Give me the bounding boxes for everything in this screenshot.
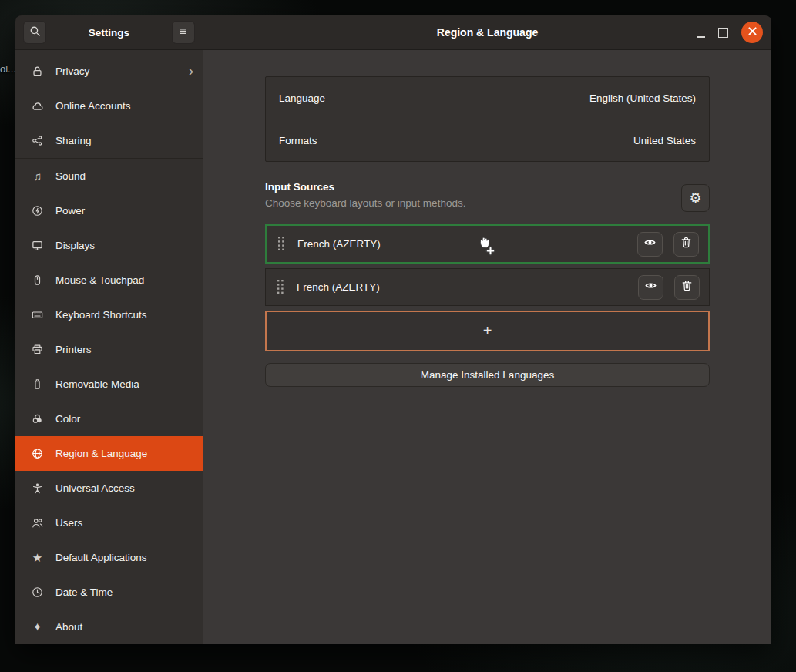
trash-icon	[680, 236, 693, 252]
sidebar-item-label: Color	[55, 413, 193, 425]
sidebar-item-users[interactable]: Users	[15, 506, 203, 540]
gear-icon: ⚙	[689, 190, 701, 207]
input-source-row-1[interactable]: French (AZERTY)	[265, 224, 710, 264]
sidebar-item-label: Printers	[55, 344, 193, 355]
cloud-icon	[31, 99, 44, 113]
language-label: Language	[279, 92, 325, 104]
main-headerbar: Region & Language	[203, 15, 771, 49]
sidebar-item-power[interactable]: Power	[15, 193, 203, 228]
menu-button[interactable]	[172, 21, 195, 44]
removable-media-icon	[31, 378, 44, 391]
sidebar-item-label: Online Accounts	[55, 100, 193, 112]
keyboard-icon	[31, 308, 44, 321]
input-sources-description: Choose keyboard layouts or input methods…	[265, 197, 465, 209]
sidebar-item-color[interactable]: Color	[15, 402, 203, 436]
sidebar-item-label: Keyboard Shortcuts	[55, 309, 193, 321]
sidebar-item-privacy[interactable]: Privacy ›	[15, 54, 203, 89]
sidebar-item-printers[interactable]: Printers	[15, 332, 203, 367]
sidebar-item-label: Date & Time	[55, 586, 193, 598]
sidebar-item-online-accounts[interactable]: Online Accounts	[15, 89, 203, 123]
sidebar-item-displays[interactable]: Displays	[15, 228, 203, 263]
hamburger-icon	[176, 25, 190, 41]
sidebar-item-label: Displays	[55, 240, 193, 251]
globe-icon	[31, 447, 44, 460]
display-icon	[31, 239, 44, 252]
sidebar-headerbar: Settings	[15, 15, 203, 49]
close-icon	[747, 25, 757, 39]
sidebar-item-label: Power	[55, 205, 193, 217]
sidebar-item-label: Removable Media	[55, 378, 193, 390]
chevron-right-icon: ›	[189, 63, 193, 78]
preview-layout-button[interactable]	[637, 232, 663, 257]
sidebar-item-label: Sharing	[55, 135, 193, 146]
sidebar-item-about[interactable]: ✦ About	[15, 610, 203, 644]
settings-window: Settings Region & Language	[15, 15, 771, 644]
clock-icon	[31, 586, 44, 599]
input-sources-title: Input Sources	[265, 181, 465, 193]
sidebar-item-sound[interactable]: ♫ Sound	[15, 159, 203, 193]
sidebar-item-mouse-touchpad[interactable]: Mouse & Touchpad	[15, 263, 203, 297]
share-icon	[31, 134, 44, 147]
sidebar-item-label: Mouse & Touchpad	[55, 274, 193, 286]
remove-source-button[interactable]	[674, 275, 700, 300]
sidebar-item-default-applications[interactable]: ★ Default Applications	[15, 540, 203, 575]
language-formats-card: Language English (United States) Formats…	[265, 76, 710, 162]
trash-icon	[680, 279, 694, 295]
power-icon	[31, 204, 44, 217]
titlebar[interactable]: Settings Region & Language	[15, 15, 771, 50]
maximize-button[interactable]	[718, 28, 728, 38]
input-sources-options-button[interactable]: ⚙	[681, 184, 710, 212]
language-row[interactable]: Language English (United States)	[266, 77, 709, 119]
sidebar-item-universal-access[interactable]: Universal Access	[15, 471, 203, 506]
sidebar-item-label: Privacy	[55, 66, 177, 77]
mouse-icon	[31, 274, 44, 287]
color-icon	[31, 412, 44, 425]
region-language-panel: Language English (United States) Formats…	[203, 50, 771, 644]
input-source-row-2[interactable]: French (AZERTY)	[265, 268, 710, 306]
window-controls	[697, 22, 771, 43]
app-title: Settings	[89, 27, 129, 39]
sidebar-item-removable-media[interactable]: Removable Media	[15, 367, 203, 402]
input-sources-header: Input Sources Choose keyboard layouts or…	[265, 181, 710, 212]
sidebar-item-keyboard-shortcuts[interactable]: Keyboard Shortcuts	[15, 297, 203, 332]
sidebar-item-label: Universal Access	[55, 482, 193, 494]
manage-installed-languages-button[interactable]: Manage Installed Languages	[265, 363, 710, 387]
sparkle-icon: ✦	[31, 620, 44, 633]
close-button[interactable]	[741, 22, 763, 43]
formats-label: Formats	[279, 135, 317, 146]
input-source-name: French (AZERTY)	[297, 238, 381, 250]
add-input-source-button[interactable]: +	[265, 311, 710, 351]
search-button[interactable]	[23, 21, 46, 44]
sidebar-item-label: About	[55, 621, 193, 633]
sidebar-item-label: Default Applications	[55, 552, 193, 563]
desktop: { "desktop": { "icon_label_fragment": "o…	[0, 0, 796, 672]
drag-handle-icon[interactable]	[278, 237, 285, 251]
sidebar-item-label: Users	[55, 517, 193, 529]
drag-handle-icon[interactable]	[277, 280, 284, 294]
search-icon	[29, 25, 42, 41]
sidebar-item-label: Sound	[55, 170, 193, 182]
sidebar-item-label: Region & Language	[55, 448, 193, 459]
input-source-name: French (AZERTY)	[297, 281, 380, 293]
eye-icon	[643, 236, 657, 252]
manage-installed-languages-label: Manage Installed Languages	[421, 369, 554, 381]
minimize-button[interactable]	[697, 35, 705, 38]
desktop-icon-label: ol...	[0, 63, 15, 75]
users-icon	[31, 516, 44, 529]
sidebar-item-sharing[interactable]: Sharing	[15, 123, 203, 158]
universal-access-icon	[31, 482, 44, 495]
lock-icon	[31, 65, 44, 78]
remove-source-button[interactable]	[673, 232, 699, 257]
music-note-icon: ♫	[31, 170, 44, 183]
window-title: Region & Language	[203, 26, 771, 39]
eye-icon	[644, 279, 657, 295]
preview-layout-button[interactable]	[638, 275, 663, 300]
formats-value: United States	[633, 135, 696, 146]
language-value: English (United States)	[589, 92, 696, 104]
printer-icon	[31, 343, 44, 356]
formats-row[interactable]: Formats United States	[266, 119, 709, 161]
sidebar-item-region-language[interactable]: Region & Language	[15, 436, 203, 471]
star-icon: ★	[31, 551, 44, 564]
sidebar-item-date-time[interactable]: Date & Time	[15, 575, 203, 610]
plus-icon: +	[483, 322, 492, 340]
